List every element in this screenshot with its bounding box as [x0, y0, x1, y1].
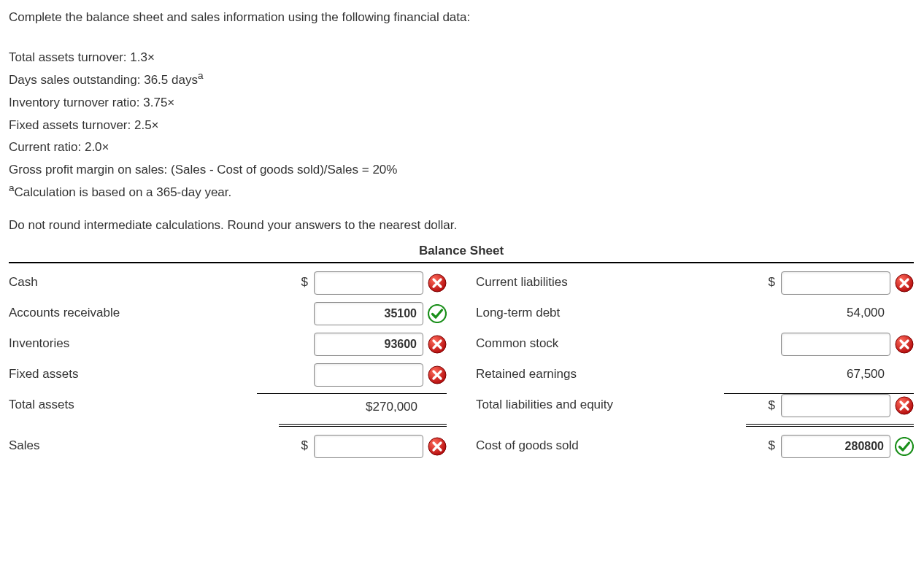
cl-input[interactable] [781, 271, 890, 295]
footnote-text: Calculation is based on a 365-day year. [15, 185, 232, 199]
data-dso: Days sales outstanding: 36.5 daysa [9, 70, 914, 91]
data-current-ratio: Current ratio: 2.0× [9, 137, 914, 158]
cs-input[interactable] [781, 333, 890, 356]
dollar-sign: $ [301, 272, 308, 293]
row-sales: Sales $ [9, 431, 447, 462]
incorrect-icon [895, 335, 914, 354]
incorrect-icon [895, 396, 914, 415]
incorrect-icon [428, 365, 447, 384]
row-total-assets: Total assets $270,000 [9, 390, 447, 421]
row-long-term-debt: Long-term debt 54,000 [476, 298, 914, 329]
data-total-assets-turnover: Total assets turnover: 1.3× [9, 47, 914, 69]
incorrect-icon [428, 437, 447, 456]
data-gross-profit-margin: Gross profit margin on sales: (Sales - C… [9, 160, 914, 181]
tle-label: Total liabilities and equity [476, 395, 724, 416]
re-value: 67,500 [781, 364, 890, 385]
prompt-text: Complete the balance sheet and sales inf… [9, 7, 914, 28]
footnote: aCalculation is based on a 365-day year. [9, 182, 914, 204]
row-common-stock: Common stock [476, 329, 914, 360]
footnote-sup: a [9, 183, 15, 194]
data-fixed-assets-turnover: Fixed assets turnover: 2.5× [9, 115, 914, 136]
svg-point-8 [896, 438, 913, 455]
data-inventory-turnover: Inventory turnover ratio: 3.75× [9, 93, 914, 114]
row-accounts-receivable: Accounts receivable [9, 298, 447, 329]
ta-value: $270,000 [314, 397, 423, 418]
correct-icon [895, 437, 914, 456]
ta-label: Total assets [9, 395, 257, 416]
dollar-sign: $ [769, 272, 775, 293]
balance-sheet: Cash $ Accounts receivable [9, 262, 914, 462]
dollar-sign: $ [769, 436, 775, 457]
inv-label: Inventories [9, 333, 257, 355]
dso-text: Days sales outstanding: 36.5 days [9, 73, 198, 87]
svg-point-1 [428, 305, 446, 322]
cs-label: Common stock [476, 333, 724, 355]
ltd-label: Long-term debt [476, 303, 724, 324]
cl-label: Current liabilities [476, 272, 724, 293]
re-label: Retained earnings [476, 364, 724, 385]
cogs-label: Cost of goods sold [476, 436, 724, 457]
fa-label: Fixed assets [9, 364, 257, 385]
double-rule [746, 424, 914, 427]
row-total-liab-equity: Total liabilities and equity $ [476, 390, 914, 421]
ar-input[interactable] [314, 302, 423, 325]
row-cogs: Cost of goods sold $ [476, 431, 914, 462]
cash-input[interactable] [314, 271, 423, 295]
ltd-value: 54,000 [781, 303, 890, 324]
ar-label: Accounts receivable [9, 303, 257, 324]
fa-input[interactable] [314, 363, 423, 387]
problem-container: Complete the balance sheet and sales inf… [9, 7, 914, 462]
dollar-sign: $ [301, 436, 308, 457]
double-rule [279, 424, 447, 427]
sales-label: Sales [9, 436, 257, 457]
correct-icon [428, 304, 447, 323]
incorrect-icon [428, 335, 447, 354]
liabilities-column: Current liabilities $ Long-term debt 54,… [476, 268, 914, 462]
cogs-input[interactable] [781, 435, 890, 458]
row-retained-earnings: Retained earnings 67,500 [476, 360, 914, 390]
tle-input[interactable] [781, 394, 890, 417]
dollar-sign: $ [769, 395, 775, 417]
rounding-instruction: Do not round intermediate calculations. … [9, 215, 914, 236]
inv-input[interactable] [314, 333, 423, 356]
incorrect-icon [895, 274, 914, 293]
sales-input[interactable] [314, 435, 423, 458]
cash-label: Cash [9, 272, 257, 293]
incorrect-icon [428, 274, 447, 293]
dso-sup: a [198, 70, 204, 81]
row-current-liabilities: Current liabilities $ [476, 268, 914, 298]
row-fixed-assets: Fixed assets [9, 360, 447, 390]
row-inventories: Inventories [9, 329, 447, 360]
assets-column: Cash $ Accounts receivable [9, 268, 447, 462]
balance-sheet-title: Balance Sheet [9, 241, 914, 262]
row-cash: Cash $ [9, 268, 447, 298]
